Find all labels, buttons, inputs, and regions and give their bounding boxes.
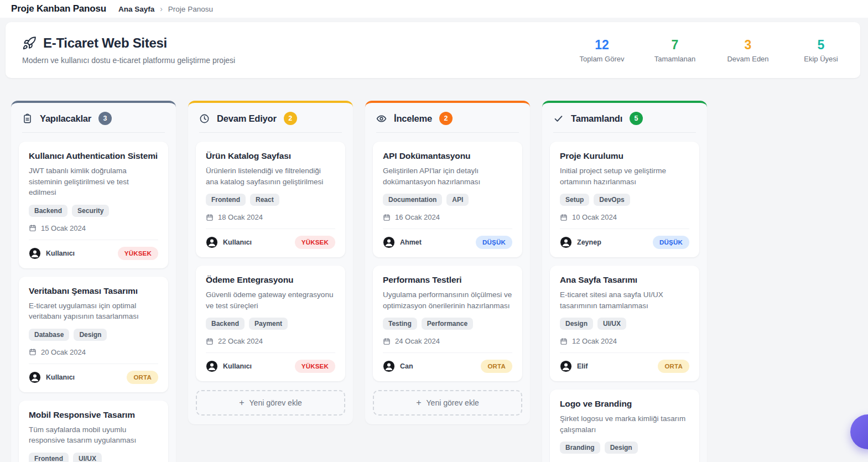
task-card[interactable]: Performans TestleriUygulama performansın…: [373, 266, 522, 381]
breadcrumb-current: Proje Panosu: [168, 5, 213, 13]
card-divider: [560, 352, 689, 353]
task-assignee: Ahmet: [383, 236, 422, 248]
calendar-icon: [560, 214, 568, 221]
due-date-text: 10 Ocak 2024: [572, 213, 617, 221]
task-description: E-ticaret sitesi ana sayfa UI/UX tasarım…: [560, 289, 689, 311]
task-title: Ana Sayfa Tasarımı: [560, 275, 689, 285]
priority-badge: YÜKSEK: [295, 360, 335, 373]
assignee-name: Ahmet: [400, 238, 422, 246]
task-assignee: Kullanıcı: [29, 371, 75, 383]
assignee-name: Kullanıcı: [46, 373, 75, 381]
tag-pill: UI/UX: [597, 318, 626, 330]
column-count-badge: 5: [630, 112, 643, 125]
priority-badge: DÜŞÜK: [476, 236, 512, 249]
topbar: Proje Kanban Panosu Ana Sayfa › Proje Pa…: [0, 0, 868, 18]
due-date-text: 18 Ocak 2024: [218, 213, 263, 221]
column-header: Yapılacaklar3: [11, 103, 176, 132]
task-description: Tüm sayfalarda mobil uyumlu responsive t…: [29, 424, 158, 446]
task-description: Uygulama performansının ölçülmesi ve opt…: [383, 289, 512, 311]
task-card[interactable]: Mobil Responsive TasarımTüm sayfalarda m…: [19, 401, 168, 462]
calendar-icon: [383, 338, 391, 345]
project-stats: 12Toplam Görev7Tamamlanan3Devam Eden5Eki…: [578, 38, 853, 63]
tag-pill: Security: [72, 205, 109, 217]
kanban-column-devam-ediyor: Devam Ediyor2Ürün Katalog SayfasıÜrünler…: [188, 101, 353, 424]
task-card[interactable]: Ürün Katalog SayfasıÜrünlerin listelendi…: [196, 142, 345, 257]
tag-pill: Testing: [383, 318, 417, 330]
add-task-label: Yeni görev ekle: [250, 398, 302, 407]
stat-label: Ekip Üyesi: [804, 55, 838, 63]
calendar-icon: [383, 214, 391, 221]
project-header-card: E-Ticaret Web Sitesi Modern ve kullanıcı…: [6, 22, 860, 78]
cards-container: Ürün Katalog SayfasıÜrünlerin listelendi…: [188, 133, 353, 390]
card-divider: [206, 229, 335, 229]
calendar-icon: [560, 338, 568, 345]
tag-pill: Design: [605, 442, 638, 454]
task-footer: KullanıcıYÜKSEK: [206, 360, 335, 373]
column-header: İnceleme2: [365, 103, 530, 132]
stat-item: 12Toplam Görev: [578, 38, 626, 63]
add-task-button[interactable]: +Yeni görev ekle: [196, 390, 345, 416]
calendar-icon: [29, 348, 37, 356]
calendar-icon: [206, 214, 214, 221]
stat-label: Toplam Görev: [580, 55, 625, 63]
plus-icon: +: [416, 398, 421, 407]
task-tags: DatabaseDesign: [29, 329, 158, 341]
task-footer: KullanıcıORTA: [29, 371, 158, 384]
user-avatar-icon: [206, 236, 218, 248]
check-icon: [553, 113, 564, 124]
user-avatar-icon: [560, 360, 572, 372]
task-assignee: Can: [383, 360, 413, 372]
calendar-icon: [29, 224, 37, 232]
task-due-date: 24 Ocak 2024: [383, 337, 512, 345]
cards-container: Kullanıcı Authentication SistemiJWT taba…: [11, 133, 176, 462]
task-footer: KullanıcıYÜKSEK: [206, 236, 335, 249]
priority-badge: ORTA: [658, 360, 689, 373]
task-card[interactable]: Veritabanı Şeması TasarımıE-ticaret uygu…: [19, 277, 168, 392]
breadcrumb-home-link[interactable]: Ana Sayfa: [118, 5, 154, 13]
column-title: Tamamlandı: [571, 113, 622, 124]
task-title: Mobil Responsive Tasarım: [29, 410, 158, 420]
task-card[interactable]: Proje KurulumuInitial project setup ve g…: [550, 142, 699, 257]
task-due-date: 10 Ocak 2024: [560, 213, 689, 221]
plus-icon: +: [239, 398, 244, 407]
column-count-badge: 3: [98, 112, 112, 125]
task-description: Initial project setup ve geliştirme orta…: [560, 165, 689, 187]
task-card[interactable]: Ödeme EntegrasyonuGüvenli ödeme gateway …: [196, 266, 345, 381]
task-due-date: 16 Ocak 2024: [383, 213, 512, 221]
tag-pill: Performance: [422, 318, 473, 330]
card-divider: [383, 352, 512, 353]
rocket-icon: [22, 36, 37, 50]
tag-pill: Backend: [206, 318, 245, 330]
task-card[interactable]: Kullanıcı Authentication SistemiJWT taba…: [19, 142, 168, 268]
column-count-badge: 2: [284, 112, 297, 125]
tag-pill: Frontend: [206, 194, 246, 206]
tag-pill: API: [446, 194, 469, 206]
kanban-column-yapilacaklar: Yapılacaklar3Kullanıcı Authentication Si…: [11, 101, 176, 462]
assignee-name: Elif: [577, 362, 588, 370]
assignee-name: Can: [400, 362, 413, 370]
task-tags: FrontendUI/UX: [29, 453, 158, 462]
task-card[interactable]: API DokümantasyonuGeliştirilen API'lar i…: [373, 142, 522, 257]
task-card[interactable]: Ana Sayfa TasarımıE-ticaret sitesi ana s…: [550, 266, 699, 381]
card-divider: [383, 229, 512, 229]
eye-icon: [376, 113, 387, 124]
task-title: API Dokümantasyonu: [383, 151, 512, 161]
stat-item: 7Tamamlanan: [651, 38, 699, 63]
task-footer: CanORTA: [383, 360, 512, 373]
due-date-text: 22 Ocak 2024: [218, 337, 263, 345]
card-divider: [29, 240, 158, 240]
task-description: Güvenli ödeme gateway entegrasyonu ve te…: [206, 289, 335, 311]
task-description: Ürünlerin listelendiği ve filtrelendiği …: [206, 165, 335, 187]
task-description: E-ticaret uygulaması için optimal verita…: [29, 300, 158, 322]
task-due-date: 18 Ocak 2024: [206, 213, 335, 221]
task-title: Kullanıcı Authentication Sistemi: [29, 151, 158, 161]
floating-action-button[interactable]: [850, 414, 868, 449]
task-assignee: Elif: [560, 360, 588, 372]
add-task-button[interactable]: +Yeni görev ekle: [373, 390, 522, 416]
tag-pill: React: [250, 194, 279, 206]
task-title: Ödeme Entegrasyonu: [206, 275, 335, 285]
task-description: JWT tabanlı kimlik doğrulama sisteminin …: [29, 165, 158, 198]
clipboard-icon: [22, 113, 33, 124]
column-title: İnceleme: [394, 113, 432, 124]
task-card[interactable]: Logo ve BrandingŞirket logosu ve marka k…: [550, 390, 699, 462]
